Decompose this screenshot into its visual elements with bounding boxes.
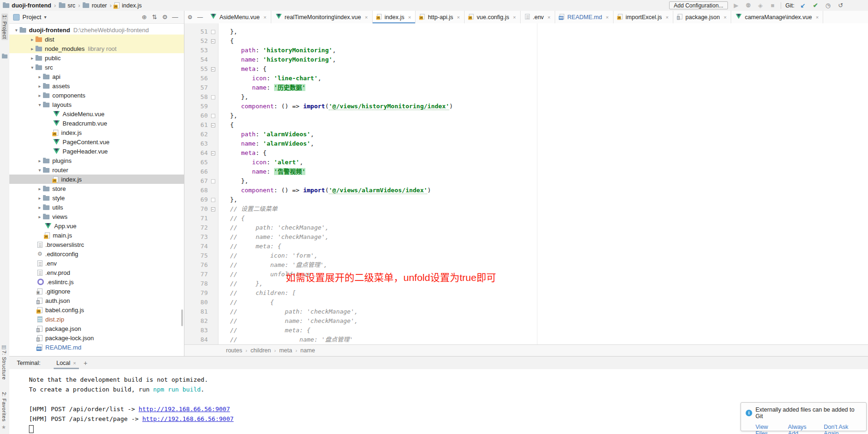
fold-collapse-icon[interactable]: − [211,39,215,43]
close-tab-icon[interactable]: × [513,14,516,20]
tree-row[interactable]: JSindex.js [9,175,184,184]
code-line[interactable]: 72 // path: 'checkManage', [184,223,868,232]
chevron-right-icon[interactable]: ▸ [29,46,35,51]
code-editor[interactable]: 51 },52− {53 path: 'historyMonitoring',5… [184,23,868,344]
locate-icon[interactable]: ⊕ [139,14,149,21]
code-line[interactable]: 60 }, [184,111,868,120]
chevron-right-icon[interactable]: ▸ [29,56,35,61]
tree-row[interactable]: ▸views [9,212,184,221]
editor-tab[interactable]: cameraManage\index.vue× [731,11,823,23]
tree-row[interactable]: {}package-lock.json [9,333,184,343]
tree-row[interactable]: MDREADME.md [9,343,184,352]
tree-row[interactable]: .eslintrc.js [9,277,184,287]
debug-icon[interactable]: ⚉ [744,2,752,9]
stop-icon[interactable]: ■ [769,2,776,9]
chevron-right-icon[interactable]: ▸ [36,214,43,219]
chevron-right-icon[interactable]: ▸ [36,186,43,191]
close-tab-icon[interactable]: × [457,14,460,20]
stripe-favorites-button[interactable]: 2: Favorites [1,392,7,421]
coverage-icon[interactable]: ◈ [756,2,764,9]
hide-panel-icon[interactable]: — [170,14,180,21]
git-history-icon[interactable]: ◷ [824,2,833,9]
fold-collapse-icon[interactable]: − [211,123,215,127]
code-line[interactable]: 57 name: '历史数据' [184,83,868,92]
editor-tab[interactable]: AsideMenu.vue× [206,11,271,23]
favorites-star-icon[interactable]: ★ [1,424,6,430]
code-line[interactable]: 62 path: 'alarmVideos', [184,130,868,139]
tree-row[interactable]: ▸components [9,91,184,100]
chevron-right-icon[interactable]: ▸ [36,74,43,79]
code-line[interactable]: 76 // name: '盘点管理', [184,260,868,270]
hide-icon[interactable]: — [197,14,203,21]
tree-row[interactable]: App.vue [9,221,184,231]
tree-row[interactable]: JSbabel.config.js [9,305,184,315]
chevron-down-icon[interactable]: ▾ [36,102,43,107]
gear-icon[interactable]: ⚙ [188,14,193,21]
code-line[interactable]: 70− // 设置二级菜单 [184,204,868,214]
terminal-output[interactable]: Note that the development build is not o… [9,369,868,434]
code-line[interactable]: 83 // meta: { [184,326,868,335]
add-configuration-button[interactable]: Add Configuration... [669,1,728,9]
tree-row[interactable]: .browserslistrc [9,240,184,249]
code-line[interactable]: 56 icon: 'line-chart', [184,74,868,83]
code-line[interactable]: 75 // icon: 'form', [184,251,868,260]
code-line[interactable]: 66 name: '告警视频' [184,167,868,176]
fold-end-icon[interactable] [211,198,215,202]
tree-row[interactable]: {}auth.json [9,296,184,305]
tree-row[interactable]: JSindex.js [9,128,184,137]
tree-row[interactable]: ▸style [9,193,184,203]
git-commit-icon[interactable]: ✔ [812,2,820,9]
stripe-structure-button[interactable]: 7: Structure [1,350,7,380]
editor-tab[interactable]: JSvue.config.js× [465,11,521,23]
code-line[interactable]: 53 path: 'historyMonitoring', [184,46,868,55]
tree-row[interactable]: ▸plugins [9,156,184,165]
editor-tab[interactable]: JShttp-api.js× [416,11,465,23]
git-rollback-icon[interactable]: ↺ [837,2,845,9]
chevron-down-icon[interactable]: ▾ [29,65,35,70]
tree-row[interactable]: ▸dist [9,35,184,44]
new-terminal-icon[interactable]: + [84,359,87,367]
breadcrumb-item[interactable]: JSindex.js [114,2,141,9]
git-update-icon[interactable]: ↙ [799,2,807,9]
close-tab-icon[interactable]: × [724,14,727,20]
chevron-right-icon[interactable]: ▸ [36,93,43,98]
project-folder-icon[interactable] [1,54,8,60]
tree-row[interactable]: Breadcrumb.vue [9,119,184,128]
code-line[interactable]: 54 name: 'historyMonitoring', [184,55,868,64]
editor-tab[interactable]: realTimeMonitoring\index.vue× [271,11,373,23]
code-line[interactable]: 74 // meta: { [184,242,868,251]
fold-collapse-icon[interactable]: − [211,207,215,211]
close-tab-icon[interactable]: × [666,14,669,20]
editor-tab[interactable]: MDREADME.md× [555,11,614,23]
close-tab-icon[interactable]: × [548,14,550,20]
code-line[interactable]: 80 // { [184,298,868,307]
terminal-link[interactable]: http://192.168.66.56:9007 [139,406,230,413]
tree-row[interactable]: ⊘.gitignore [9,287,184,296]
close-tab-icon[interactable]: × [365,14,367,20]
close-tab-icon[interactable]: × [816,14,819,20]
chevron-right-icon[interactable]: ▸ [36,205,43,210]
tree-row[interactable]: dist.zip [9,315,184,324]
terminal-link[interactable]: http://192.168.66.56:9007 [142,415,234,422]
code-line[interactable]: 63 name: 'alarmVideos', [184,139,868,148]
close-tab-icon[interactable]: × [263,14,266,20]
chevron-down-icon[interactable]: ▾ [13,28,20,33]
stripe-project-button[interactable]: 1: Project [1,14,8,40]
chevron-right-icon[interactable]: ▸ [36,158,43,163]
code-line[interactable]: 55− meta: { [184,64,868,74]
editor-tab[interactable]: {}package.json× [673,11,731,23]
fold-end-icon[interactable] [211,30,215,34]
fold-collapse-icon[interactable]: − [211,67,215,71]
code-line[interactable]: 51 }, [184,27,868,36]
tree-row[interactable]: ▸api [9,72,184,81]
tree-row[interactable]: ▸utils [9,203,184,212]
code-line[interactable]: 79 // children: [ [184,288,868,298]
code-line[interactable]: 67 }, [184,176,868,186]
fold-end-icon[interactable] [211,95,215,99]
tree-row[interactable]: .env.prod [9,268,184,277]
breadcrumb-item[interactable]: src [59,2,76,9]
tree-row[interactable]: JSmain.js [9,231,184,240]
tree-row[interactable]: AsideMenu.vue [9,109,184,119]
fold-collapse-icon[interactable]: − [211,151,215,155]
tree-row[interactable]: PageContent.vue [9,137,184,147]
